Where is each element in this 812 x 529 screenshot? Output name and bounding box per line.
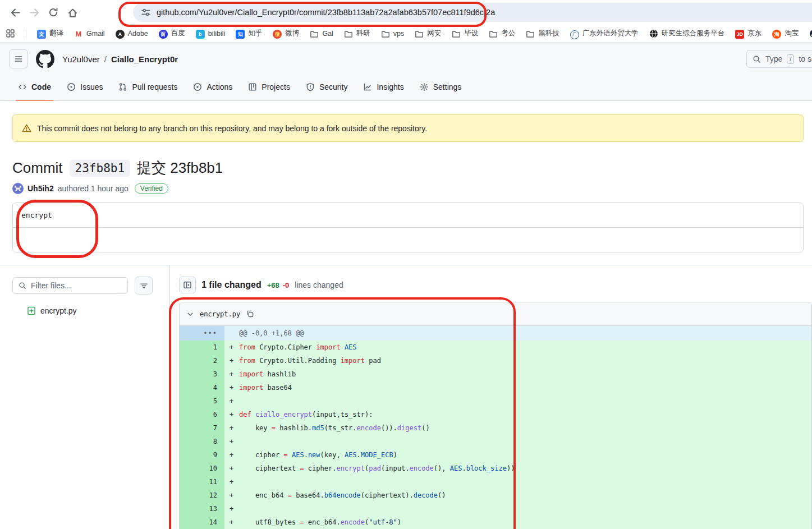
diff-plus-sign: + [224,435,239,448]
hunk-header-text: @@ -0,0 +1,68 @@ [224,326,304,341]
tab-pull-requests[interactable]: Pull requests [111,73,185,100]
code-token: () [421,424,429,432]
diff-line-number[interactable]: 10 [180,462,224,475]
diff-line-number[interactable]: 4 [180,381,224,394]
bookmark-gmail[interactable]: M Gmail [74,29,105,39]
filter-icon [140,282,148,290]
diff-line-number[interactable]: 8 [180,435,224,448]
diff-line-number[interactable]: 6 [180,408,224,421]
bookmark-globe[interactable]: 研究生综合服务平台 [649,29,725,38]
verified-badge[interactable]: Verified [135,183,168,194]
diff-summary-row: 1 file changed +68 -0 lines changed [179,277,800,293]
search-input[interactable]: Type / to search [746,50,812,68]
apps-grid-icon[interactable] [6,29,15,38]
url-bar[interactable]: github.com/Yu2ul0ver/Ciallo_Encrypt0r/co… [133,3,812,22]
filter-files-input[interactable]: Filter files... [12,277,128,294]
bookmark-folder[interactable]: 毕设 [452,29,478,38]
github-logo[interactable] [36,50,54,68]
diff-line-number[interactable]: 1 [180,341,224,354]
diff-line-number[interactable]: 13 [180,502,224,516]
file-diff-card: encrypt.py ••• @@ -0,0 +1,68 @@ 1 + from… [179,302,812,529]
file-filter-button[interactable] [135,277,153,295]
home-button[interactable] [63,3,82,22]
tab-code[interactable]: Code [10,73,59,100]
hamburger-icon [14,54,23,63]
bookmark-baidu[interactable]: 百 百度 [159,28,185,39]
breadcrumb-owner[interactable]: Yu2ul0ver [62,54,100,64]
tab-label: Settings [433,82,462,91]
diff-line-number[interactable]: 11 [180,475,224,489]
bookmark-translate[interactable]: 文 翻译 [37,28,63,39]
code-token: import [341,357,365,365]
code-token: MODE_ECB [361,451,393,459]
file-tree-item[interactable]: encrypt.py [12,306,169,315]
fork-warning-banner: This commit does not belong to any branc… [12,114,804,142]
bookmark-bilibili[interactable]: b bilibili [196,28,226,39]
bookmark-label: 科研 [356,29,370,38]
code-token: b64encode [324,491,361,499]
diff-line-number[interactable]: 7 [180,421,224,435]
tab-projects[interactable]: Projects [240,73,298,100]
avatar[interactable] [12,183,24,194]
bookmark-folder[interactable]: Gal [310,29,333,38]
tab-settings[interactable]: Settings [412,73,470,100]
bookmark-taobao[interactable]: 淘 淘宝 [772,28,799,39]
bookmark-weibo[interactable]: 微 微博 [273,28,299,39]
bookmarks-separator [26,29,26,38]
hunk-header-row: ••• @@ -0,0 +1,68 @@ [180,326,811,341]
diff-plus-sign: + [224,354,239,367]
tab-security[interactable]: Security [298,73,356,100]
gmail-icon: M [74,29,83,39]
expand-hunk-button[interactable]: ••• [180,326,224,341]
reload-button[interactable] [44,3,63,22]
author-name[interactable]: Uh5ih2 [27,184,54,193]
diff-line-number[interactable]: 2 [180,354,224,367]
bookmark-folder[interactable]: 科研 [344,29,370,38]
bookmark-label: 考公 [501,29,515,38]
code-token: encode [357,424,381,432]
folder-icon [381,29,390,38]
diff-line-10: 10 + ciphertext = cipher.encrypt(pad(inp… [180,462,811,475]
diff-line-number[interactable]: 3 [180,367,224,381]
bookmark-steam[interactable]: steam [809,29,812,38]
copy-icon[interactable] [246,310,254,318]
search-placeholder-pre: Type [765,54,782,63]
diff-plus-sign: + [224,367,239,381]
diff-line-number[interactable]: 5 [180,394,224,408]
diff-line-number[interactable]: 9 [180,448,224,462]
bookmark-jd[interactable]: JD 京东 [735,28,761,39]
code-token: = [288,491,292,499]
bookmark-folder[interactable]: vps [381,29,404,38]
forward-button[interactable] [25,3,44,22]
file-tree-toggle-button[interactable] [179,277,196,293]
hamburger-menu-button[interactable] [9,49,28,68]
chevron-down-icon[interactable] [186,310,194,318]
baidu-icon: 百 [159,28,168,39]
diff-plus-sign: + [224,475,239,489]
code-token: pad [365,357,381,365]
diff-line-number[interactable]: 14 [180,516,224,529]
breadcrumb-repo[interactable]: Ciallo_Encrypt0r [111,54,178,64]
tab-insights[interactable]: Insights [355,73,411,100]
code-token: encrypt [336,464,365,472]
bookmark-folder[interactable]: 黑科技 [526,29,559,38]
folder-icon [489,29,498,38]
bookmark-adobe[interactable]: A Adobe [116,28,148,39]
diff-line-number[interactable]: 12 [180,489,224,502]
bookmark-folder[interactable]: 网安 [415,29,441,38]
commit-message-empty-area [13,228,803,252]
authored-time: authored 1 hour ago [58,184,129,193]
bookmark-zhihu[interactable]: 知 知乎 [236,28,262,39]
bookmark-folder[interactable]: 考公 [489,29,515,38]
back-button[interactable] [6,3,25,22]
tab-actions[interactable]: Actions [185,73,240,100]
code-token: Crypto.Util.Padding [255,357,341,365]
tab-issues[interactable]: Issues [59,73,111,100]
diff-line-3: 3 + import hashlib [180,367,811,381]
code-token: digest [397,424,421,432]
diff-area: 1 file changed +68 -0 lines changed encr… [170,265,800,529]
weibo-icon: 微 [273,28,282,39]
diff-file-name[interactable]: encrypt.py [200,310,240,318]
bookmark-university[interactable]: 广 广东外语外贸大学 [570,28,639,39]
bookmark-label: 广东外语外贸大学 [582,29,639,38]
